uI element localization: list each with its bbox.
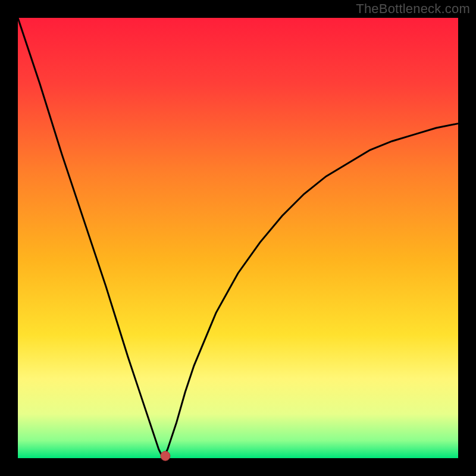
watermark-text: TheBottleneck.com <box>356 1 470 17</box>
chart-container: TheBottleneck.com <box>0 0 476 476</box>
bottleneck-chart <box>0 0 476 476</box>
plot-area <box>18 18 458 458</box>
optimal-point-marker <box>161 451 170 461</box>
